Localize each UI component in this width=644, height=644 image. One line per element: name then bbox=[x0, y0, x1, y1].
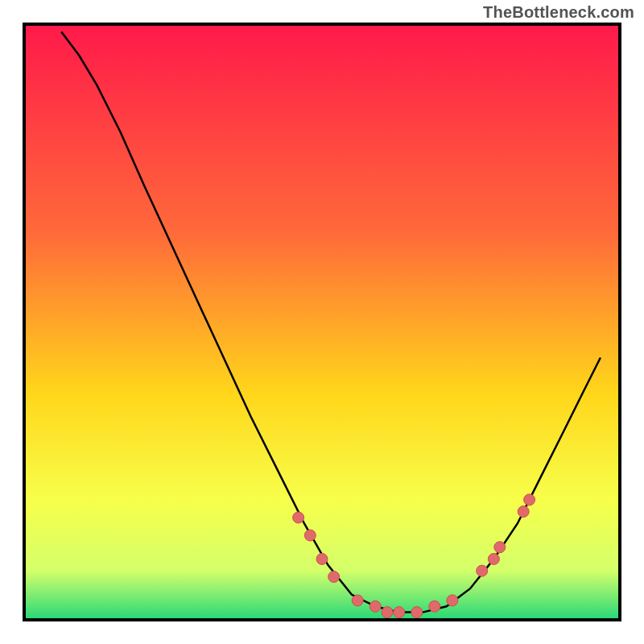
data-point bbox=[518, 506, 529, 518]
data-point bbox=[328, 572, 340, 583]
data-point bbox=[488, 553, 499, 564]
data-point bbox=[369, 601, 381, 612]
watermark-text: TheBottleneck.com bbox=[483, 3, 634, 22]
data-point bbox=[304, 530, 316, 541]
chart-svg bbox=[26, 26, 618, 618]
data-point bbox=[411, 607, 423, 618]
plot-area bbox=[23, 23, 621, 621]
chart-container: TheBottleneck.com bbox=[0, 0, 644, 644]
data-point bbox=[382, 607, 393, 618]
data-point bbox=[429, 601, 440, 612]
data-point bbox=[293, 512, 304, 523]
gradient-background bbox=[26, 26, 618, 618]
data-point bbox=[447, 595, 458, 606]
data-point bbox=[494, 542, 506, 553]
data-point bbox=[352, 595, 363, 606]
data-point bbox=[394, 607, 405, 618]
data-point bbox=[316, 553, 328, 564]
data-point bbox=[477, 565, 488, 576]
data-point bbox=[524, 494, 535, 506]
